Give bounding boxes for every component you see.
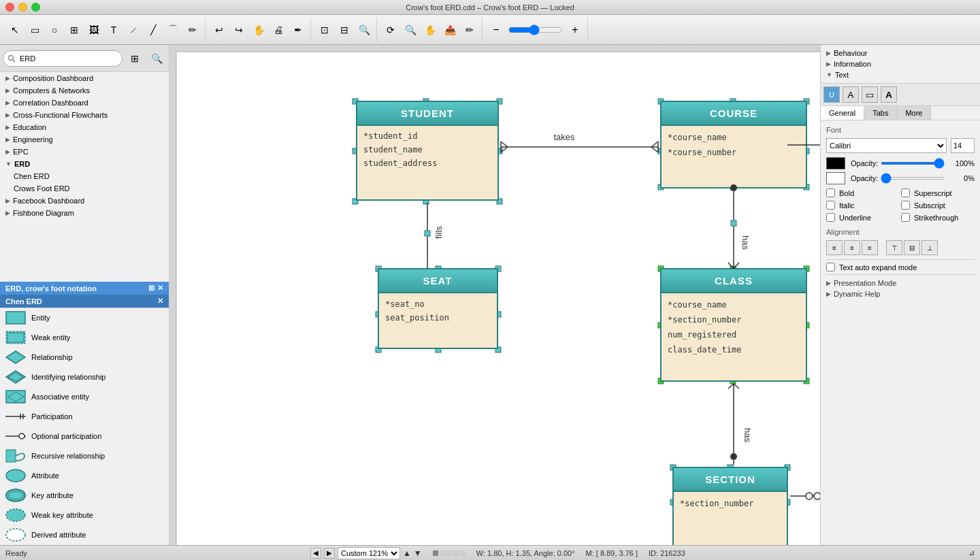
italic-checkbox[interactable] — [826, 201, 835, 210]
refresh[interactable]: ⟳ — [381, 20, 400, 39]
panel-close-icon[interactable]: ✕ — [157, 284, 163, 293]
shape-optional-participation[interactable]: Optional participation — [0, 427, 169, 446]
bold-checkbox[interactable] — [826, 188, 835, 197]
presentation-mode-link[interactable]: ▶ Presentation Mode — [826, 278, 975, 289]
undo-tool[interactable]: ↩ — [210, 20, 229, 39]
image-tool[interactable]: 🖼 — [84, 20, 103, 39]
shape-associative[interactable]: Associative entity — [0, 387, 169, 407]
zoom-decrease-btn[interactable]: ▼ — [414, 548, 422, 558]
main-canvas[interactable]: STUDENT *student_id student_name student… — [169, 45, 820, 545]
nav-item-facebook[interactable]: ▶ Facebook Dashboard — [0, 195, 169, 207]
panel2-close-icon[interactable]: ✕ — [157, 297, 163, 306]
color-swatch-2[interactable] — [826, 172, 845, 184]
nav-item-computers[interactable]: ▶ Computers & Networks — [0, 84, 169, 97]
nav-item-erd[interactable]: ▼ ERD — [0, 158, 169, 170]
zoom-slider[interactable] — [508, 24, 563, 35]
shape-weak-entity[interactable]: Weak entity — [0, 328, 169, 348]
zoom-out-btn[interactable]: − — [487, 20, 506, 39]
nav-item-epc[interactable]: ▶ EPC — [0, 146, 169, 158]
shape-participation[interactable]: Participation — [0, 407, 169, 427]
bezier-tool[interactable]: ⌒ — [163, 20, 182, 39]
format-highlight-btn[interactable]: A — [843, 86, 859, 103]
line-tool[interactable]: ╱ — [144, 20, 163, 39]
font-family-select[interactable]: Calibri Arial Times New Roman — [826, 138, 947, 153]
print-tool[interactable]: 🖨 — [269, 20, 288, 39]
sidebar-grid-btn[interactable]: ⊞ — [125, 49, 144, 68]
svg-rect-13 — [6, 450, 16, 462]
opacity-slider-2[interactable] — [881, 177, 945, 180]
shape-attribute[interactable]: Attribute — [0, 466, 169, 486]
redo-tool[interactable]: ↪ — [229, 20, 248, 39]
export[interactable]: 📤 — [440, 20, 459, 39]
minimize-button[interactable] — [18, 3, 27, 12]
superscript-checkbox[interactable] — [901, 188, 910, 197]
pan[interactable]: ✋ — [421, 20, 440, 39]
panel-grid-icon[interactable]: ⊞ — [148, 284, 154, 293]
tree-text[interactable]: ▼ Text — [823, 69, 977, 80]
shape-key-attribute[interactable]: Key attribute — [0, 486, 169, 506]
freehand-tool[interactable]: ✏ — [183, 20, 202, 39]
zoom-select[interactable]: Custom 121% — [338, 547, 400, 559]
section-field1: *section_number — [680, 499, 753, 508]
dynamic-help-link[interactable]: ▶ Dynamic Help — [826, 289, 975, 299]
shape-relationship[interactable]: Relationship — [0, 348, 169, 367]
select-tool[interactable]: ↖ — [5, 20, 24, 39]
align-right-btn[interactable]: ≡ — [862, 240, 878, 255]
draw-tool2[interactable]: ✏ — [460, 20, 479, 39]
subscript-checkbox[interactable] — [901, 201, 910, 210]
nav-item-composition[interactable]: ▶ Composition Dashboard — [0, 72, 169, 84]
strikethrough-checkbox[interactable] — [901, 213, 910, 222]
close-button[interactable] — [5, 3, 14, 12]
nav-item-cross-functional[interactable]: ▶ Cross-Functional Flowcharts — [0, 109, 169, 121]
tab-general[interactable]: General — [821, 106, 864, 120]
ellipse-tool[interactable]: ○ — [45, 20, 64, 39]
pen-tool[interactable]: ✒ — [289, 20, 308, 39]
align-center-btn[interactable]: ≡ — [844, 240, 860, 255]
shape-entity[interactable]: Entity — [0, 308, 169, 328]
shape-weak-key-attr[interactable]: Weak key attribute — [0, 506, 169, 525]
tree-behaviour[interactable]: ▶ Behaviour — [823, 48, 977, 59]
underline-checkbox[interactable] — [826, 213, 835, 222]
shape-recursive-rel[interactable]: Recursive relationship — [0, 446, 169, 466]
text-tool[interactable]: T — [104, 20, 123, 39]
align-top-btn[interactable]: ⊤ — [886, 240, 902, 255]
sidebar-search-btn[interactable]: 🔍 — [147, 49, 166, 68]
shape-derived-attr[interactable]: Derived attribute — [0, 525, 169, 545]
nav-item-engineering[interactable]: ▶ Engineering — [0, 133, 169, 146]
page-next-btn[interactable]: ▶ — [324, 548, 335, 559]
nav-item-chen-erd[interactable]: Chen ERD — [0, 170, 169, 182]
nav-item-education[interactable]: ▶ Education — [0, 121, 169, 133]
align-left-btn[interactable]: ≡ — [826, 240, 843, 255]
hand-tool[interactable]: ✋ — [249, 20, 268, 39]
fit-page[interactable]: ⊡ — [315, 20, 334, 39]
table-tool[interactable]: ⊞ — [65, 20, 84, 39]
shape-identifying-rel[interactable]: Identifying relationship — [0, 367, 169, 387]
auto-expand-checkbox[interactable] — [826, 263, 835, 271]
align-bottom-btn[interactable]: ⊥ — [921, 240, 938, 255]
fit-width[interactable]: ⊟ — [335, 20, 354, 39]
format-text-btn[interactable]: A — [881, 86, 897, 103]
align-middle-btn[interactable]: ⊟ — [904, 240, 920, 255]
opacity-slider-1[interactable] — [881, 162, 945, 165]
page-prev-btn[interactable]: ◀ — [310, 548, 321, 559]
canvas-area[interactable]: STUDENT *student_id student_name student… — [169, 45, 820, 545]
status-resize-handle[interactable]: ⊿ — [968, 548, 975, 557]
zoom-in[interactable]: 🔍 — [355, 20, 374, 39]
zoom-increase-btn[interactable]: ▲ — [403, 548, 411, 558]
nav-item-crows-foot[interactable]: Crows Foot ERD — [0, 182, 169, 195]
zoom-in-btn[interactable]: + — [566, 20, 585, 39]
tab-more[interactable]: More — [897, 106, 931, 120]
maximize-button[interactable] — [31, 3, 40, 12]
nav-item-correlation[interactable]: ▶ Correlation Dashboard — [0, 97, 169, 109]
rect-tool[interactable]: ▭ — [25, 20, 44, 39]
nav-item-fishbone[interactable]: ▶ Fishbone Diagram — [0, 207, 169, 219]
zoom-in2[interactable]: 🔍 — [401, 20, 420, 39]
connector-tool[interactable]: ⟋ — [124, 20, 143, 39]
format-underline-btn[interactable]: U̲ — [823, 86, 840, 103]
font-size-input[interactable] — [951, 138, 975, 153]
tab-tabs[interactable]: Tabs — [864, 106, 897, 120]
tree-information[interactable]: ▶ Information — [823, 59, 977, 69]
color-swatch-1[interactable] — [826, 157, 845, 169]
format-rect-btn[interactable]: ▭ — [862, 86, 878, 103]
search-input[interactable] — [3, 50, 122, 67]
